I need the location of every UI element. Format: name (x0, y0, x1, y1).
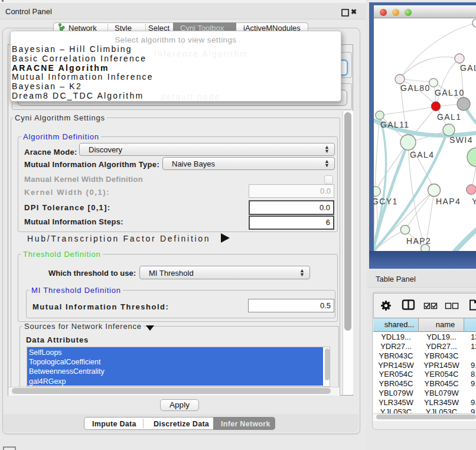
svg-text:GAL1: GAL1 (437, 112, 461, 122)
svg-text:HAP2: HAP2 (406, 236, 431, 246)
svg-text:HAP4: HAP4 (436, 197, 461, 206)
svg-text:GCY1: GCY1 (374, 197, 398, 206)
svg-text:SWI4: SWI4 (449, 135, 473, 145)
svg-text:Y: Y (472, 197, 476, 206)
svg-text:GAL4: GAL4 (410, 150, 434, 159)
svg-text:GAL80: GAL80 (400, 83, 431, 93)
svg-text:GAL11: GAL11 (380, 120, 410, 129)
svg-text:GAL: GAL (460, 63, 476, 73)
svg-text:GAL10: GAL10 (435, 88, 465, 97)
